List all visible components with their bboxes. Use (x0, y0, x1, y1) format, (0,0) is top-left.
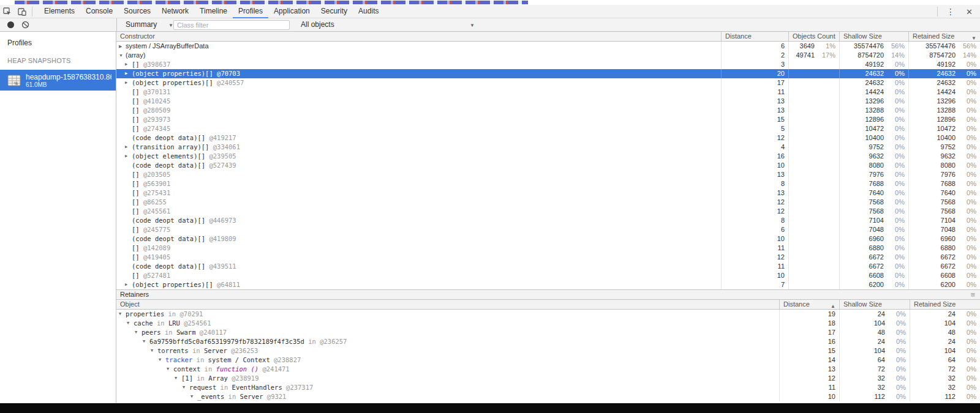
size-value (789, 234, 817, 244)
tab-profiles[interactable]: Profiles (233, 5, 268, 18)
table-row[interactable]: [] @563901876880%76880% (116, 179, 980, 188)
disclosure-triangle-icon[interactable]: ▶ (125, 69, 132, 78)
table-row[interactable]: ▼(array)24974117%875472014%875472014% (116, 51, 980, 60)
table-row[interactable]: [] @2455611275680%75680% (116, 207, 980, 216)
size-value: 14424 (840, 87, 886, 97)
shallow-size-cell: 875472014% (839, 51, 908, 60)
table-row[interactable]: ▶(object properties)[] @64811762000%6200… (116, 280, 980, 289)
column-header-distance[interactable]: Distance (721, 32, 788, 41)
disclosure-triangle-icon[interactable]: ▶ (119, 42, 126, 51)
table-row[interactable]: [] @41024513132960%132960% (116, 97, 980, 106)
percent-value: 0% (886, 152, 908, 161)
disclosure-triangle-icon[interactable]: ▶ (125, 143, 132, 152)
disclosure-triangle-icon[interactable]: ▼ (135, 328, 141, 337)
retainer-row[interactable]: ▼peers in Swarm @24011717480%480% (116, 328, 980, 337)
disclosure-triangle-icon[interactable]: ▼ (183, 383, 189, 392)
column-header-objects-count[interactable]: Objects Count (788, 32, 839, 41)
disclosure-triangle-icon[interactable]: ▶ (125, 280, 132, 289)
tab-audits[interactable]: Audits (353, 5, 384, 18)
close-icon[interactable]: ✕ (961, 7, 978, 17)
table-row[interactable]: (code deopt data)[] @5274391080800%80800… (116, 161, 980, 170)
column-header-retained-size[interactable]: Retained Size ▼ (908, 32, 980, 41)
disclosure-triangle-icon[interactable]: ▼ (175, 374, 181, 383)
retained-size-cell: 97520% (908, 143, 980, 152)
table-row[interactable]: ▶(object elements)[] @2395051696320%9632… (116, 152, 980, 161)
retainer-row[interactable]: ▼context in function () @24147113720%720… (116, 365, 980, 374)
size-value (789, 97, 817, 106)
inspect-element-icon[interactable] (0, 6, 15, 18)
table-row[interactable]: ▶(transition array)[] @334061497520%9752… (116, 143, 980, 152)
summary-dropdown[interactable]: Summary ▼ (126, 18, 157, 31)
device-toolbar-icon[interactable] (15, 6, 29, 18)
disclosure-triangle-icon[interactable]: ▼ (159, 355, 165, 365)
retainer-row[interactable]: ▼properties in @7029119240%240% (116, 310, 980, 319)
tab-timeline[interactable]: Timeline (194, 5, 233, 18)
retainer-row[interactable]: ▼6a9759bffd5c0af65319979fb7832189f4f3c35… (116, 337, 980, 346)
tab-console[interactable]: Console (80, 5, 118, 18)
disclosure-triangle-icon[interactable]: ▼ (119, 51, 126, 60)
size-value: 3 (722, 60, 788, 69)
overflow-menu-icon[interactable]: ⋮ (940, 7, 961, 17)
disclosure-triangle-icon[interactable]: ▼ (190, 392, 197, 401)
table-row[interactable]: [] @862551275680%75680% (116, 198, 980, 207)
retainer-row[interactable]: ▼request in EventHandlers @23731711320%3… (116, 383, 980, 392)
clear-icon[interactable] (21, 21, 29, 29)
disclosure-triangle-icon[interactable]: ▼ (143, 337, 149, 346)
class-filter-input[interactable] (173, 20, 290, 30)
column-header-retainers-retained[interactable]: Retained Size (910, 300, 980, 309)
table-row[interactable]: [] @37013111144240%144240% (116, 87, 980, 97)
column-header-retainers-distance[interactable]: Distance ▲ (779, 300, 839, 309)
retainer-row[interactable]: ▼[1] in Array @23891912320%320% (116, 374, 980, 383)
disclosure-triangle-icon[interactable]: ▼ (151, 346, 157, 355)
table-row[interactable]: (code deopt data)[] @41921712104000%1040… (116, 133, 980, 143)
disclosure-triangle-icon[interactable]: ▶ (125, 152, 132, 161)
retainer-row[interactable]: ▼tracker in system / Context @2388271464… (116, 355, 980, 365)
column-header-shallow-size[interactable]: Shallow Size (839, 32, 908, 41)
table-row[interactable]: ▶[] @3986373491920%491920% (116, 60, 980, 69)
tab-sources[interactable]: Sources (118, 5, 156, 18)
distance-cell: 12 (721, 198, 788, 207)
size-value: 13 (722, 188, 788, 198)
table-row[interactable]: [] @5274811066080%66080% (116, 271, 980, 280)
disclosure-triangle-icon[interactable]: ▼ (167, 365, 173, 374)
disclosure-triangle-icon[interactable]: ▶ (125, 60, 132, 69)
table-row[interactable]: (code deopt data)[] @4395111166720%66720… (116, 262, 980, 271)
table-row[interactable]: ▶(object properties)[] @7070320246320%24… (116, 69, 980, 78)
heapdump-item[interactable]: % heapdump-1587638310.868 61.0MB (0, 70, 116, 91)
all-objects-dropdown[interactable]: All objects ▼ (296, 18, 480, 31)
objects-count-cell (788, 152, 839, 161)
table-row[interactable]: (code deopt data)[] @446973871040%71040% (116, 216, 980, 225)
table-row[interactable]: (code deopt data)[] @4198091069600%69600… (116, 234, 980, 244)
table-row[interactable]: [] @245775670480%70480% (116, 225, 980, 234)
retainer-row[interactable]: ▼torrents in Server @236253151040%1040% (116, 346, 980, 355)
table-row[interactable]: [] @2743455104720%104720% (116, 124, 980, 133)
retainer-object-type: Server (240, 392, 263, 401)
retainer-row[interactable]: ▼_events in Server @9321101120%1120% (116, 392, 980, 401)
column-header-retainers-shallow[interactable]: Shallow Size (839, 300, 910, 309)
table-row[interactable]: [] @2754311376400%76400% (116, 188, 980, 198)
disclosure-triangle-icon[interactable]: ▼ (119, 310, 126, 319)
constructor-label: [] (132, 244, 140, 253)
disclosure-triangle-icon[interactable]: ▶ (125, 78, 132, 87)
percent-value: 0% (958, 262, 980, 271)
disclosure-triangle-icon[interactable]: ▼ (127, 319, 134, 328)
tab-application[interactable]: Application (268, 5, 315, 18)
table-row[interactable]: [] @28050913132880%132880% (116, 106, 980, 115)
size-value: 32 (840, 383, 888, 392)
tab-security[interactable]: Security (315, 5, 353, 18)
retainer-row[interactable]: ▼cache in LRU @254561181040%1040% (116, 319, 980, 328)
table-row[interactable]: ▶(object properties)[] @24055717246320%2… (116, 78, 980, 87)
table-row[interactable]: [] @4194051266720%66720% (116, 253, 980, 262)
tab-elements[interactable]: Elements (39, 5, 80, 18)
distance-cell: 16 (779, 337, 839, 346)
column-header-constructor[interactable]: Constructor (116, 32, 721, 41)
tab-network[interactable]: Network (156, 5, 194, 18)
table-row[interactable]: [] @29397315128960%128960% (116, 115, 980, 124)
retainers-menu-icon[interactable]: ≡ (970, 290, 975, 299)
sort-ascending-icon: ▲ (831, 302, 835, 311)
table-row[interactable]: [] @1420891168800%68800% (116, 244, 980, 253)
table-row[interactable]: ▶system / JSArrayBufferData636491%355744… (116, 42, 980, 51)
record-icon[interactable] (7, 21, 14, 28)
column-header-object[interactable]: Object (116, 300, 779, 309)
table-row[interactable]: [] @2035051379760%79760% (116, 170, 980, 179)
